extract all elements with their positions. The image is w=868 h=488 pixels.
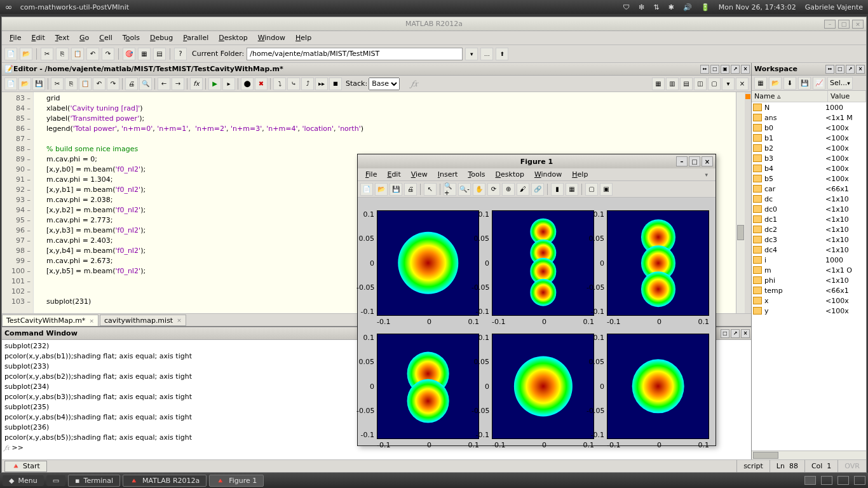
insert-fx-icon[interactable]: fx: [190, 78, 203, 90]
ws-header-name[interactable]: Name ▵: [752, 91, 828, 102]
copy2-icon[interactable]: ⎘: [65, 78, 78, 90]
ws-row[interactable]: dc0<1x10: [752, 204, 866, 214]
paste-icon[interactable]: 📋: [71, 48, 84, 60]
ws-select-dropdown[interactable]: Sel... ▾: [827, 77, 853, 90]
help-icon[interactable]: ?: [174, 48, 187, 60]
fig-legend-icon[interactable]: ▦: [566, 183, 578, 196]
current-folder-input[interactable]: [247, 48, 463, 60]
run-icon[interactable]: ▶: [208, 78, 221, 90]
layout-3-icon[interactable]: ▤: [680, 78, 693, 90]
fig-menu-insert[interactable]: Insert: [433, 170, 463, 179]
open-icon[interactable]: 📂: [18, 78, 31, 90]
ws-row[interactable]: dc2<1x10: [752, 224, 866, 234]
subplot-3[interactable]: 0.10.050-0.05-0.1-0.100.1: [607, 210, 709, 316]
editor-max-icon[interactable]: ▣: [721, 65, 729, 74]
breakpoint-set-icon[interactable]: ⬤: [241, 78, 254, 90]
layout-2-icon[interactable]: ▥: [666, 78, 679, 90]
fig-brush-icon[interactable]: 🖌: [517, 183, 529, 196]
fig-open-icon[interactable]: 📂: [375, 183, 388, 196]
editor-tab-0[interactable]: TestCavityWithMap.m*×: [2, 315, 98, 326]
maximize-button[interactable]: □: [838, 20, 850, 29]
fig-new-icon[interactable]: 📄: [360, 183, 373, 196]
workspace-table[interactable]: Name ▵ Value N1000ans<1x1 Mb0<100xb1<100…: [752, 91, 866, 451]
fig-zoom-in-icon[interactable]: 🔍+: [444, 183, 456, 196]
editor-tab-1[interactable]: cavitywithmap.mist×: [100, 315, 186, 326]
app-menu-button[interactable]: ◆ Menu: [3, 475, 44, 486]
fig-print-icon[interactable]: 🖨: [404, 183, 417, 196]
fig-menu-view[interactable]: View: [406, 170, 433, 179]
ws-open-icon[interactable]: 📂: [769, 77, 782, 90]
figure-titlebar[interactable]: Figure 1 – □ ×: [358, 154, 715, 168]
undo-icon[interactable]: ↶: [86, 48, 99, 60]
ws-row[interactable]: y<100x: [752, 306, 866, 316]
undo2-icon[interactable]: ↶: [93, 78, 105, 90]
editor-close-icon[interactable]: ×: [741, 65, 750, 74]
ws-row[interactable]: b4<100x: [752, 163, 866, 173]
fig-close-icon[interactable]: ×: [702, 156, 713, 166]
ws-dock-icon[interactable]: ↔: [825, 65, 834, 74]
taskbar-terminal[interactable]: ▪ Terminal: [68, 475, 120, 487]
ws-row[interactable]: temp<66x1: [752, 285, 866, 295]
subplot-4[interactable]: 0.10.050-0.05-0.1-0.100.1: [377, 334, 479, 439]
fig-menu-desktop[interactable]: Desktop: [491, 170, 529, 179]
workspace-switcher-3[interactable]: [837, 476, 849, 485]
fig-menu-help[interactable]: Help: [567, 170, 593, 179]
network-icon[interactable]: ⇅: [653, 3, 659, 11]
subplot-5[interactable]: 0.10.050-0.05-0.1-0.100.1: [492, 334, 594, 439]
workspace-switcher-2[interactable]: [821, 476, 832, 485]
find-icon[interactable]: 🔍: [139, 78, 152, 90]
nav-back-icon[interactable]: ←: [158, 78, 170, 90]
layout-4-icon[interactable]: ◫: [694, 78, 707, 90]
paste2-icon[interactable]: 📋: [79, 78, 92, 90]
editor-dock-icon[interactable]: ↔: [700, 65, 709, 74]
editor-undock-icon[interactable]: ↗: [731, 65, 740, 74]
stack-select[interactable]: Base: [369, 78, 400, 90]
fig-menu-file[interactable]: File: [360, 170, 382, 179]
continue-icon[interactable]: ▸▸: [315, 78, 328, 90]
folder-dropdown-icon[interactable]: ▾: [465, 48, 478, 60]
ws-row[interactable]: b5<100x: [752, 173, 866, 184]
step-in-icon[interactable]: ⤷: [287, 78, 300, 90]
subplot-6[interactable]: 0.10.050-0.05-0.1-0.100.1: [607, 334, 709, 439]
ws-min-icon[interactable]: □: [836, 65, 844, 74]
ws-row[interactable]: dc3<1x10: [752, 234, 866, 245]
figure-axes-area[interactable]: 0.10.050-0.05-0.1-0.100.10.10.050-0.05-0…: [358, 198, 715, 445]
menu-parallel[interactable]: Parallel: [178, 32, 214, 43]
ws-row[interactable]: dc<1x10: [752, 194, 866, 204]
fig-show-tools-icon[interactable]: ▣: [600, 183, 613, 196]
fig-menu-chevron-icon[interactable]: ▾: [700, 172, 713, 178]
editor-min-icon[interactable]: □: [710, 65, 719, 74]
taskbar-figure[interactable]: 🔺 Figure 1: [209, 475, 264, 487]
nav-fwd-icon[interactable]: →: [172, 78, 184, 90]
workspace-switcher-4[interactable]: [854, 476, 865, 485]
tab-close-icon[interactable]: ×: [89, 318, 94, 324]
minimize-button[interactable]: –: [824, 20, 836, 29]
menu-go[interactable]: Go: [74, 32, 94, 43]
menu-file[interactable]: File: [4, 32, 26, 43]
ws-row[interactable]: N1000: [752, 102, 866, 112]
ws-max-icon[interactable]: ↗: [846, 65, 855, 74]
cut-icon[interactable]: ✂: [41, 48, 53, 60]
step-out-icon[interactable]: ⤴: [301, 78, 314, 90]
ws-row[interactable]: ans<1x1 M: [752, 112, 866, 123]
ws-import-icon[interactable]: ⬇: [783, 77, 796, 90]
ws-row[interactable]: dc1<1x10: [752, 214, 866, 224]
fig-hide-tools-icon[interactable]: ▢: [585, 183, 598, 196]
ws-plot-icon[interactable]: 📈: [813, 77, 825, 90]
step-icon[interactable]: ⤵: [273, 78, 286, 90]
clock-label[interactable]: Mon Nov 26, 17:43:02: [719, 3, 796, 11]
ws-row[interactable]: dc4<1x10: [752, 245, 866, 255]
bluetooth-icon[interactable]: ✱: [668, 3, 674, 11]
new-script-icon[interactable]: 📄: [4, 78, 17, 90]
shield-icon[interactable]: 🛡: [623, 3, 630, 11]
ws-close-icon[interactable]: ×: [856, 65, 865, 74]
ws-row[interactable]: i1000: [752, 255, 866, 265]
fig-menu-window[interactable]: Window: [529, 170, 567, 179]
ws-row[interactable]: car<66x1: [752, 184, 866, 194]
browse-folder-icon[interactable]: …: [480, 48, 493, 60]
breakpoint-clear-icon[interactable]: ✖: [255, 78, 268, 90]
cube-icon[interactable]: ❇: [639, 3, 644, 11]
new-file-icon[interactable]: 📄: [4, 48, 17, 60]
fig-max-icon[interactable]: □: [689, 156, 700, 166]
ws-row[interactable]: x<100x: [752, 295, 866, 306]
